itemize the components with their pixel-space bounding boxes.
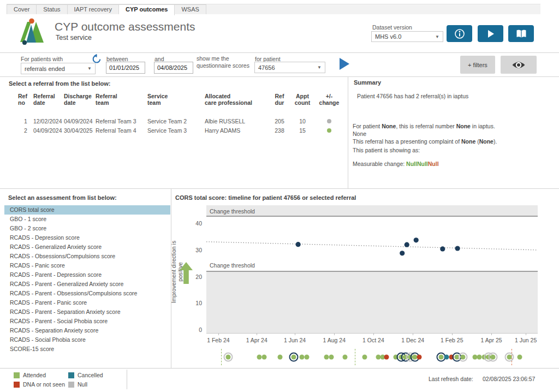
appointment-dna[interactable] — [384, 355, 389, 360]
table-cell: Albie RUSSELL — [205, 118, 269, 124]
appointment-attended[interactable] — [277, 355, 282, 360]
start-date-input[interactable] — [106, 62, 145, 74]
appointment-dna[interactable] — [417, 355, 421, 360]
assessment-item-rcads-parent-panic-score[interactable]: RCADS - Parent - Panic score — [4, 298, 170, 307]
score-point[interactable] — [405, 242, 409, 247]
appointment-attended[interactable] — [324, 355, 329, 360]
reset-filters-icon[interactable] — [92, 54, 102, 66]
summary-showing-as: This patient is showing as: — [353, 147, 420, 153]
tab-cyp-outcomes[interactable]: CYP outcomes — [119, 4, 175, 15]
appointment-attended[interactable] — [507, 355, 512, 360]
table-cell: Service Team 2 — [147, 118, 205, 124]
score-point[interactable] — [414, 237, 419, 242]
assessment-item-rcads-parent-separation-anxiety-score[interactable]: RCADS - Parent - Separation Anxiety scor… — [4, 307, 170, 317]
appointment-cancelled[interactable] — [444, 355, 449, 360]
appointment-attended[interactable] — [329, 355, 334, 360]
assessment-item-rcads-depression-score[interactable]: RCADS - Depression score — [4, 233, 170, 242]
appointment-attended[interactable] — [362, 355, 367, 360]
assessment-list-title: Select an assessment from list below: — [8, 194, 117, 201]
tab-iapt-recovery[interactable]: IAPT recovery — [68, 4, 120, 14]
appointment-attended[interactable] — [491, 355, 496, 360]
add-filters-button[interactable]: + filters — [460, 56, 495, 74]
end-date-input[interactable] — [154, 62, 193, 74]
assessment-item-rcads-parent-obsessions-compulsions-score[interactable]: RCADS - Parent - Obsessions/Compulsions … — [4, 289, 170, 298]
assessment-item-rcads-obsessions-compulsions-score[interactable]: RCADS - Obsessions/Compulsions score — [4, 252, 170, 261]
referral-boundary-line — [355, 349, 355, 365]
iaptus-logo — [18, 17, 46, 47]
info-button[interactable] — [447, 25, 472, 42]
x-tick-mark — [413, 333, 413, 335]
assessment-item-rcads-social-phobia-score[interactable]: RCADS - Social Phobia score — [4, 335, 170, 345]
text-segment: , this is referral number — [396, 123, 456, 129]
dataset-version-label: Dataset version — [372, 24, 412, 31]
summary-divider — [348, 77, 348, 188]
appointment-attended[interactable] — [226, 355, 231, 360]
score-scatter — [206, 205, 538, 333]
referral-table-header: Ref noReferral dateDischarge dateReferra… — [18, 93, 346, 106]
x-tick-1-jun-25: 1 Jun 25 — [512, 337, 540, 343]
assessment-item-rcads-parent-generalized-anxiety-score[interactable]: RCADS - Parent - Generalized Anxiety sco… — [4, 280, 170, 289]
appointment-attended[interactable] — [304, 355, 309, 360]
tab-wsas[interactable]: WSAS — [175, 4, 206, 14]
appointment-attended[interactable] — [292, 355, 296, 360]
table-cell: 10 — [290, 118, 315, 124]
column-header: Discharge date — [64, 93, 96, 106]
table-cell: 12/02/2024 — [33, 118, 64, 124]
referral-filter-select[interactable]: referrals ended ▼ — [21, 63, 96, 74]
lower-threshold-label: Change threshold — [210, 262, 255, 269]
referral-list-title: Select a referral from the list below: — [9, 80, 110, 87]
appointment-attended[interactable] — [460, 355, 465, 360]
table-cell: 15 — [290, 127, 315, 134]
appointment-attended[interactable] — [438, 355, 443, 360]
appointment-attended[interactable] — [257, 355, 262, 360]
show-hide-button[interactable] — [501, 56, 537, 74]
score-point[interactable] — [440, 246, 445, 251]
assessment-item-rcads-parent-social-phobia-score[interactable]: RCADS - Parent - Social Phobia score — [4, 317, 170, 326]
x-tick-1-apr-24: 1 Apr 24 — [242, 337, 271, 343]
tab-status[interactable]: Status — [37, 4, 67, 14]
y-tick-20: 20 — [186, 274, 202, 280]
x-tick-mark — [526, 333, 526, 335]
table-cell: Referral Team 3 — [96, 118, 147, 124]
patient-select[interactable]: 47656 ▼ — [254, 62, 325, 73]
bold-value: None — [461, 138, 475, 145]
assessment-item-cors-total-score[interactable]: CORS total score — [4, 205, 170, 215]
cyp-outcomes-dashboard: CoverStatusIAPT recoveryCYP outcomesWSAS… — [0, 0, 559, 392]
guide-button[interactable] — [508, 25, 534, 42]
score-point[interactable] — [296, 242, 301, 247]
assessment-item-rcads-generalized-anxiety-score[interactable]: RCADS - Generalized Anxiety score — [4, 242, 170, 252]
table-cell: Service Team 3 — [147, 127, 205, 134]
text-segment: ). — [493, 138, 497, 145]
assessment-item-gbo-1-score[interactable]: GBO - 1 score — [4, 215, 170, 224]
appointment-attended[interactable] — [342, 355, 347, 360]
x-tick-mark — [218, 333, 219, 335]
text-segment: For patient — [353, 123, 382, 129]
assessment-item-rcads-parent-depression-score[interactable]: RCADS - Parent - Depression score — [4, 270, 170, 280]
assessment-item-rcads-separation-anxiety-score[interactable]: RCADS - Separation Anxiety score — [4, 326, 170, 335]
play-button[interactable] — [478, 25, 503, 42]
chevron-down-icon: ▼ — [435, 34, 439, 39]
appointment-attended[interactable] — [477, 355, 482, 360]
last-refresh-value: 02/08/2025 23:06:57 — [483, 376, 535, 382]
score-point[interactable] — [400, 251, 405, 256]
bold-value: None — [479, 138, 493, 145]
table-row[interactable]: 112/02/202404/09/2024Referral Team 3Serv… — [18, 116, 346, 126]
table-cell: 205 — [269, 118, 290, 124]
appointment-attended[interactable] — [262, 355, 267, 360]
table-cell: 238 — [269, 127, 290, 134]
assessment-item-rcads-panic-score[interactable]: RCADS - Panic score — [4, 261, 170, 270]
assessment-item-gbo-2-score[interactable]: GBO - 2 score — [4, 224, 170, 233]
text-segment: None — [353, 130, 366, 137]
dataset-version-select[interactable]: MHS v6.0 ▼ — [371, 31, 443, 42]
legend-divider — [127, 370, 127, 389]
appointment-attended[interactable] — [299, 355, 304, 360]
score-point[interactable] — [455, 246, 460, 251]
appointment-attended[interactable] — [518, 355, 522, 360]
tab-cover[interactable]: Cover — [7, 4, 37, 14]
x-tick-1-aug-24: 1 Aug 24 — [320, 337, 348, 343]
table-row[interactable]: 204/09/202430/04/2025Referral Team 4Serv… — [18, 126, 346, 135]
run-query-icon[interactable] — [340, 58, 349, 70]
appointment-strip — [206, 348, 538, 366]
assessment-item-score-15-score[interactable]: SCORE-15 score — [4, 345, 170, 354]
play-icon — [486, 29, 495, 38]
